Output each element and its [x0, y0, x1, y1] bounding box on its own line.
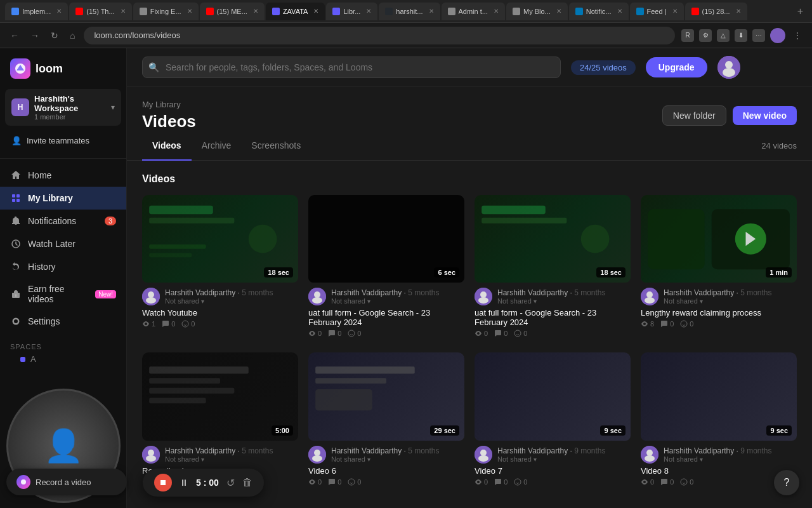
url-input[interactable] [84, 27, 675, 44]
reload-button[interactable]: ↻ [48, 28, 61, 43]
new-video-button[interactable]: New video [733, 106, 797, 125]
new-tab-button[interactable]: + [794, 6, 807, 17]
browser-tab-t5[interactable]: ZAVATA ✕ [266, 3, 325, 20]
sidebar-item-history[interactable]: History [0, 255, 126, 278]
video-card[interactable]: 9 sec Harshith Vaddiparthy · 9 months No… [475, 352, 631, 490]
video-duration: 9 sec [600, 425, 625, 436]
comments-stat: 0 [494, 330, 508, 337]
svg-rect-39 [149, 378, 220, 384]
browser-tab-t7[interactable]: harshit... ✕ [379, 3, 440, 20]
forward-button[interactable]: → [28, 28, 42, 43]
video-stats: 0 0 0 [475, 478, 631, 486]
tab-screenshots[interactable]: Screenshots [241, 131, 311, 161]
sidebar-item-settings[interactable]: Settings [0, 310, 126, 333]
browser-tab-t10[interactable]: Notific... ✕ [569, 3, 629, 20]
help-button[interactable]: ? [774, 470, 799, 495]
extension-icon-4[interactable]: ⬇ [735, 29, 747, 42]
video-info: Harshith Vaddiparthy · 5 months Not shar… [308, 441, 464, 491]
video-card[interactable]: 18 sec Harshith Vaddiparthy · 5 months N… [475, 195, 631, 342]
reactions-stat: 0 [348, 478, 361, 486]
svg-rect-13 [149, 244, 206, 249]
workspace-selector[interactable]: H Harshith's Workspace 1 member ▾ [5, 89, 121, 126]
search-input[interactable] [142, 57, 561, 78]
svg-rect-24 [481, 206, 546, 214]
video-details: Harshith Vaddiparthy · 5 months Not shar… [331, 288, 464, 305]
video-info: Harshith Vaddiparthy · 5 months Not shar… [475, 283, 631, 342]
tab-archive[interactable]: Archive [192, 131, 242, 161]
pause-recording-button[interactable]: ⏸ [180, 478, 188, 488]
video-meta: Harshith Vaddiparthy · 9 months Not shar… [475, 446, 631, 464]
delete-recording-button[interactable]: 🗑 [242, 477, 252, 488]
avatar [641, 446, 658, 464]
browser-profile-avatar[interactable] [770, 28, 785, 43]
browser-tab-t9[interactable]: My Blo... ✕ [506, 3, 568, 20]
stop-recording-button[interactable] [154, 474, 172, 491]
svg-point-12 [249, 225, 277, 253]
tab-videos[interactable]: Videos [142, 131, 192, 161]
sidebar-item-notifications[interactable]: Notifications 3 [0, 210, 126, 232]
video-duration: 9 sec [766, 425, 792, 436]
sidebar-item-earn-free-videos[interactable]: Earn free videos New! [0, 278, 126, 310]
sidebar-item-my-library-label: My Library [28, 193, 73, 203]
video-shared: Not shared ▾ [664, 297, 797, 305]
video-card[interactable]: 6 sec Harshith Vaddiparthy · 5 months No… [308, 195, 464, 342]
loom-logo-icon [10, 58, 30, 79]
browser-menu-button[interactable]: ⋮ [790, 28, 804, 43]
svg-point-56 [514, 479, 521, 485]
video-thumbnail: 29 sec [308, 352, 464, 440]
user-avatar[interactable] [717, 56, 740, 79]
browser-tab-t12[interactable]: (15) 28... ✕ [685, 3, 747, 20]
video-stats: 0 0 0 [308, 478, 464, 486]
sidebar-item-notifications-label: Notifications [28, 216, 76, 226]
loom-logo-text: loom [36, 62, 63, 76]
browser-tab-t6[interactable]: Libr... ✕ [326, 3, 377, 20]
sidebar-item-home[interactable]: Home [0, 164, 126, 187]
spaces-section: Spaces A [0, 335, 126, 370]
page-header: My Library Videos New folder New video [127, 87, 812, 131]
sidebar-item-settings-label: Settings [28, 316, 60, 326]
extension-icon-1[interactable]: R [681, 29, 694, 42]
video-title: uat full form - Google Search - 23 Febru… [475, 308, 631, 327]
space-item-a[interactable]: A [10, 351, 116, 368]
upgrade-button[interactable]: Upgrade [646, 57, 707, 77]
video-duration: 29 sec [430, 425, 459, 436]
svg-point-51 [312, 455, 322, 462]
svg-point-55 [478, 455, 488, 462]
extension-icon-2[interactable]: ⚙ [699, 29, 712, 42]
browser-tab-t4[interactable]: (15) ME... ✕ [200, 3, 265, 20]
svg-rect-41 [149, 398, 206, 404]
search-bar: 🔍 [142, 57, 561, 78]
sidebar-item-watch-later[interactable]: Watch Later [0, 232, 126, 255]
video-info: Harshith Vaddiparthy · 5 months Not shar… [142, 283, 298, 333]
space-dot-icon [20, 357, 25, 362]
comments-stat: 0 [660, 320, 674, 328]
browser-tab-t2[interactable]: (15) Th... ✕ [69, 3, 131, 20]
svg-rect-4 [16, 199, 20, 202]
browser-tab-t8[interactable]: Admin t... ✕ [442, 3, 505, 20]
video-duration: 5:00 [272, 425, 293, 436]
browser-tab-t11[interactable]: Feed | ✕ [630, 3, 684, 20]
invite-teammates-button[interactable]: 👤 Invite teammates [5, 131, 121, 150]
browser-tab-t1[interactable]: Implem... ✕ [5, 3, 68, 20]
home-button[interactable]: ⌂ [67, 28, 77, 43]
notifications-icon [10, 215, 22, 227]
record-video-button[interactable]: Record a video [6, 469, 127, 495]
svg-rect-61 [160, 480, 166, 485]
video-author: Harshith Vaddiparthy · 5 months [331, 446, 464, 455]
video-title: Watch Youtube [142, 308, 298, 318]
sidebar-item-my-library[interactable]: My Library [0, 187, 126, 210]
video-card[interactable]: 18 sec Harshith Vaddiparthy · 5 months N… [142, 195, 298, 342]
page-header-left: My Library Videos [142, 100, 196, 131]
views-stat: 0 [475, 478, 488, 486]
video-card[interactable]: 1 min Harshith Vaddiparthy · 5 months No… [641, 195, 797, 342]
browser-tab-t3[interactable]: Fixing E... ✕ [133, 3, 199, 20]
extension-icon-5[interactable]: ⋯ [752, 29, 765, 42]
undo-recording-button[interactable]: ↺ [226, 477, 235, 489]
video-shared: Not shared ▾ [497, 455, 631, 463]
extension-icon-3[interactable]: △ [717, 29, 730, 42]
reactions-stat: 0 [514, 478, 527, 486]
video-card[interactable]: 29 sec Harshith Vaddiparthy · 5 months N… [308, 352, 464, 490]
back-button[interactable]: ← [8, 28, 22, 43]
new-folder-button[interactable]: New folder [662, 105, 726, 126]
video-card[interactable]: 9 sec Harshith Vaddiparthy · 9 months No… [641, 352, 797, 490]
